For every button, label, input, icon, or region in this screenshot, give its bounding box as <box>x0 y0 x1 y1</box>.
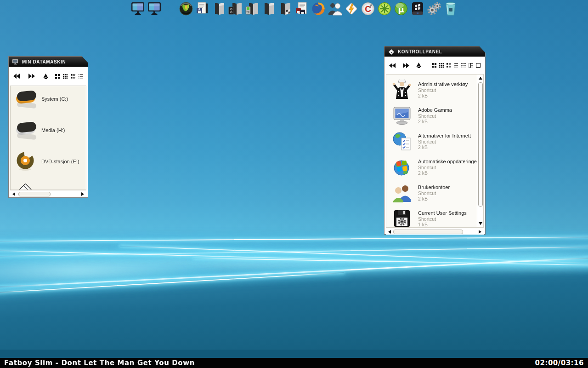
computer-icon <box>12 58 19 65</box>
item-label: Brukerkontoer <box>418 184 450 190</box>
drive-system-icon <box>15 89 37 109</box>
control-panel-titlebar[interactable]: KONTROLLPANEL <box>384 46 485 57</box>
drive-label: System (C:) <box>41 96 68 102</box>
scrollbar-thumb[interactable] <box>478 82 483 207</box>
view-thumbnails-button[interactable] <box>469 63 473 68</box>
item-size: 2 kB <box>418 170 478 176</box>
view-list-button[interactable] <box>447 63 451 68</box>
top-dock: C µ <box>130 1 458 17</box>
my-computer-titlebar[interactable]: MIN DATAMASKIN <box>9 57 88 67</box>
scrollbar-thumb[interactable] <box>18 192 51 196</box>
item-type: Shortcut <box>418 216 467 222</box>
item-label: Administrative verktøy <box>418 81 468 87</box>
window-title: KONTROLLPANEL <box>398 49 442 54</box>
shared-documents-icon <box>15 182 37 190</box>
item-size: 2 kB <box>418 196 450 201</box>
window-title: MIN DATAMASKIN <box>22 59 66 64</box>
winamp-icon[interactable] <box>344 1 359 17</box>
games-folder-icon[interactable] <box>244 1 260 17</box>
scroll-left-icon[interactable] <box>12 192 15 196</box>
view-tiles-button[interactable] <box>55 74 60 79</box>
scrollbar-thumb[interactable] <box>393 230 463 234</box>
control-panel-vertical-scrollbar[interactable] <box>477 75 483 227</box>
admin-tools-icon <box>392 80 412 100</box>
user-accounts-icon <box>392 183 412 203</box>
music-folder-icon[interactable] <box>228 1 243 17</box>
control-panel-horizontal-scrollbar[interactable] <box>386 228 484 235</box>
item-type: Shortcut <box>418 190 450 196</box>
view-details-button[interactable] <box>454 63 458 68</box>
scroll-right-icon[interactable] <box>81 192 84 196</box>
desktop-wallpaper <box>0 0 588 368</box>
recycle-bin-icon[interactable] <box>443 1 458 17</box>
item-type: Shortcut <box>418 113 452 119</box>
up-button[interactable] <box>416 63 422 68</box>
wallpaper-glow <box>0 255 220 288</box>
scroll-up-icon[interactable] <box>479 77 482 80</box>
list-item-adobe-gamma[interactable]: Adobe Gamma Shortcut 2 kB <box>392 103 483 128</box>
utorrent-icon[interactable]: µ <box>393 1 408 17</box>
limewire-icon[interactable] <box>377 1 392 17</box>
forward-button[interactable] <box>402 63 409 68</box>
documents-folder-icon[interactable] <box>195 1 210 17</box>
firefox-icon[interactable] <box>311 1 326 17</box>
internet-options-icon <box>392 131 412 151</box>
item-label: Alternativer for Internett <box>418 133 471 139</box>
adobe-gamma-icon <box>392 105 412 126</box>
view-details-button[interactable] <box>79 74 83 79</box>
now-playing-bar: Fatboy Slim - Dont Let The Man Get You D… <box>0 358 588 368</box>
list-item-internet-options[interactable]: Alternativer for Internett Shortcut 2 kB <box>392 128 483 154</box>
item-label: Automatiske oppdateringer <box>418 159 478 165</box>
settings-gears-icon[interactable] <box>426 1 441 17</box>
list-item-administrative-tools[interactable]: Administrative verktøy Shortcut 2 kB <box>392 77 483 103</box>
dual-monitor-1-icon[interactable] <box>130 1 145 17</box>
item-label: Adobe Gamma <box>418 107 452 113</box>
drive-item-media-h[interactable]: Media (H:) <box>11 117 86 143</box>
dark-folder-2-icon[interactable] <box>261 1 276 17</box>
svg-text:µ: µ <box>398 5 404 14</box>
item-size: 2 kB <box>418 93 468 98</box>
drive-item-system-c[interactable]: System (C:) <box>11 86 86 112</box>
list-item-user-accounts[interactable]: Brukerkontoer Shortcut 2 kB <box>392 180 483 206</box>
my-computer-horizontal-scrollbar[interactable] <box>10 190 86 197</box>
windows-folder-icon[interactable] <box>277 1 293 17</box>
system-documents-icon[interactable] <box>294 1 309 17</box>
back-button[interactable] <box>389 63 396 68</box>
view-list-2-button[interactable] <box>461 63 466 68</box>
hard-drive-windows-icon[interactable] <box>410 1 425 17</box>
list-item-current-user-settings[interactable]: Current User Settings Shortcut 1 kB <box>392 206 483 228</box>
scroll-left-icon[interactable] <box>388 230 391 234</box>
drive-label: Media (H:) <box>41 127 65 133</box>
my-computer-file-list: System (C:) Media (H:) DVD-stasjon (E:) … <box>10 86 86 190</box>
dark-folder-icon[interactable] <box>211 1 226 17</box>
drive-item-dvd-e[interactable]: DVD-stasjon (E:) <box>11 149 86 174</box>
my-computer-toolbar <box>9 67 88 86</box>
control-panel-window: KONTROLLPANEL Administrative verktøy <box>384 46 486 235</box>
view-icons-button[interactable] <box>439 63 444 68</box>
nature-orb-icon[interactable] <box>178 1 193 17</box>
scroll-right-icon[interactable] <box>479 230 481 234</box>
up-button[interactable] <box>43 74 49 79</box>
item-type: Shortcut <box>418 165 478 170</box>
view-icons-button[interactable] <box>63 74 68 79</box>
now-playing-time: 02:00/03:16 <box>535 359 584 367</box>
ccleaner-icon[interactable]: C <box>360 1 375 17</box>
view-filmstrip-button[interactable] <box>476 63 481 68</box>
forward-button[interactable] <box>28 74 35 79</box>
drive-item-shared-documents[interactable]: Delte dokumenter <box>11 179 86 190</box>
item-size: 1 kB <box>418 222 467 227</box>
item-type: Shortcut <box>418 139 471 144</box>
dual-monitor-2-icon[interactable] <box>147 1 162 17</box>
view-tiles-button[interactable] <box>432 63 436 68</box>
view-list-button[interactable] <box>71 74 75 79</box>
item-size: 2 kB <box>418 119 452 124</box>
current-user-settings-icon <box>392 208 412 228</box>
messenger-people-icon[interactable] <box>327 1 342 17</box>
list-item-automatic-updates[interactable]: Automatiske oppdateringer Shortcut 2 kB <box>392 154 483 180</box>
dvd-drive-icon <box>15 151 37 172</box>
item-type: Shortcut <box>418 87 468 93</box>
control-panel-toolbar <box>384 57 485 74</box>
scroll-down-icon[interactable] <box>479 222 482 225</box>
control-panel-file-list: Administrative verktøy Shortcut 2 kB Ado… <box>386 74 484 228</box>
back-button[interactable] <box>13 74 20 79</box>
